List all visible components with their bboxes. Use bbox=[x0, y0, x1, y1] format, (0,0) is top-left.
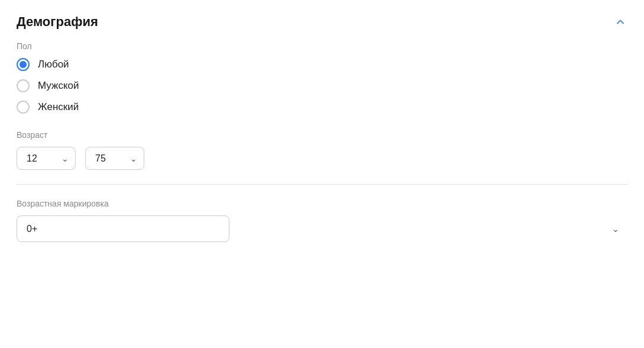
radio-male[interactable]: Мужской bbox=[17, 79, 627, 92]
radio-label-female: Женский bbox=[38, 101, 79, 113]
age-rating-chevron-icon: ⌄ bbox=[612, 224, 619, 234]
age-rating-select[interactable]: 0+ 6+ 12+ 16+ 18+ bbox=[17, 215, 229, 242]
section-divider bbox=[17, 184, 627, 185]
age-from-wrapper: 12 13 14 15 18 21 25 ⌄ bbox=[17, 147, 76, 170]
age-to-wrapper: 75 65 55 45 35 25 ⌄ bbox=[85, 147, 144, 170]
gender-radio-group: Любой Мужской Женский bbox=[17, 58, 627, 114]
age-to-select[interactable]: 75 65 55 45 35 25 bbox=[85, 147, 144, 170]
section-header: Демография bbox=[17, 14, 627, 30]
age-section: Возраст 12 13 14 15 18 21 25 ⌄ 75 65 55 bbox=[17, 130, 627, 170]
radio-circle-any bbox=[17, 58, 30, 71]
section-title: Демография bbox=[17, 14, 98, 30]
age-rating-section: Возрастная маркировка 0+ 6+ 12+ 16+ 18+ … bbox=[17, 199, 627, 242]
gender-section: Пол Любой Мужской Женский bbox=[17, 41, 627, 114]
demographics-panel: Демография Пол Любой Мужской Женский В bbox=[0, 0, 644, 268]
collapse-button[interactable] bbox=[613, 15, 627, 29]
age-rating-label: Возрастная маркировка bbox=[17, 199, 627, 208]
age-from-select[interactable]: 12 13 14 15 18 21 25 bbox=[17, 147, 76, 170]
radio-any[interactable]: Любой bbox=[17, 58, 627, 71]
radio-label-any: Любой bbox=[38, 59, 69, 70]
radio-label-male: Мужской bbox=[38, 80, 79, 92]
radio-female[interactable]: Женский bbox=[17, 101, 627, 114]
gender-label: Пол bbox=[17, 41, 627, 51]
age-label: Возраст bbox=[17, 130, 627, 140]
radio-circle-male bbox=[17, 79, 30, 92]
age-dropdowns: 12 13 14 15 18 21 25 ⌄ 75 65 55 45 35 25 bbox=[17, 147, 627, 170]
radio-circle-female bbox=[17, 101, 30, 114]
age-rating-dropdown-wrapper: 0+ 6+ 12+ 16+ 18+ ⌄ bbox=[17, 215, 627, 242]
